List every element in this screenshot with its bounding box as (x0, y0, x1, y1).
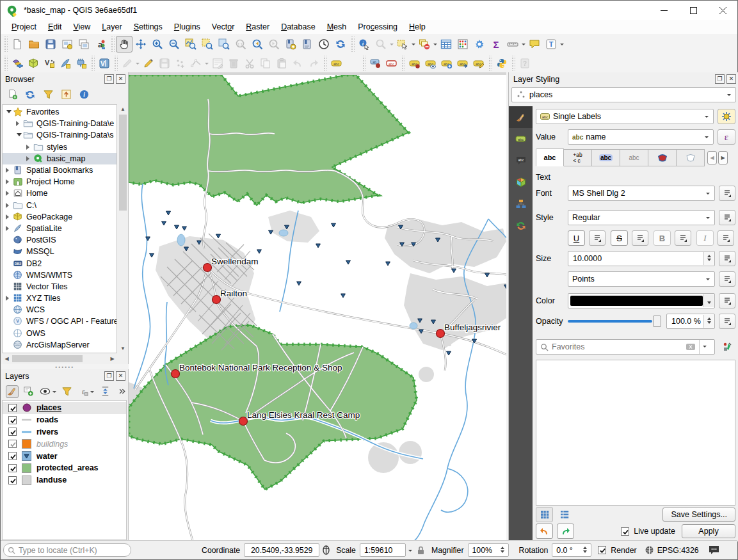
layer-item-water[interactable]: water (3, 450, 126, 462)
scale-input[interactable]: 1:59610 (360, 543, 406, 557)
browser-item-c-[interactable]: C:\ (3, 200, 116, 211)
labeling-options-button[interactable]: abc (406, 56, 422, 71)
copy-features-button[interactable] (257, 56, 273, 71)
history-tab[interactable] (509, 215, 533, 237)
add-postgis-layer-button[interactable] (73, 56, 89, 71)
delete-selected-button[interactable] (225, 56, 241, 71)
new-geopackage-button[interactable] (25, 56, 41, 71)
size-override-button[interactable] (719, 251, 735, 266)
layer-item-roads[interactable]: roads (3, 414, 126, 426)
data-source-manager-button[interactable] (9, 56, 25, 71)
identify-features-button[interactable]: i (356, 36, 373, 52)
styling-close-button[interactable]: ✕ (726, 74, 736, 84)
show-bookmarks-button[interactable] (299, 36, 316, 52)
menu-project[interactable]: Project (6, 21, 42, 33)
zoom-next-button[interactable] (266, 36, 282, 52)
style-override-button[interactable] (719, 210, 735, 225)
menu-layer[interactable]: Layer (96, 21, 127, 33)
remove-layer-button[interactable] (115, 385, 128, 398)
zoom-full-button[interactable] (182, 36, 199, 52)
magnifier-input[interactable]: 100% (468, 543, 509, 557)
tab-mask[interactable]: abc (620, 149, 648, 166)
messages-icon[interactable] (708, 544, 721, 557)
layers-float-button[interactable]: ❐ (104, 371, 114, 381)
bold-button[interactable]: B (654, 230, 671, 246)
paste-features-button[interactable] (273, 56, 289, 71)
vertex-tool-button[interactable] (188, 56, 204, 71)
add-vector-layer-button[interactable]: V (41, 56, 57, 71)
style-manager-button[interactable]: a (92, 36, 109, 52)
browser-item-wms-wmts[interactable]: WMS/WMTS (3, 269, 116, 281)
opacity-override-button[interactable] (719, 314, 735, 329)
tabs-scroll-right[interactable]: ▶ (718, 151, 728, 164)
value-expression-button[interactable]: ε (718, 129, 735, 145)
browser-close-button[interactable]: ✕ (116, 74, 125, 84)
tab-buffer[interactable]: abc (592, 149, 620, 166)
menu-database[interactable]: Database (275, 21, 321, 33)
select-features-button[interactable] (394, 36, 411, 52)
crs-icon[interactable] (643, 544, 656, 557)
color-override-button[interactable] (719, 293, 735, 308)
open-project-button[interactable] (26, 36, 42, 52)
add-selected-layers-button[interactable] (6, 88, 19, 101)
map-tips-button[interactable] (526, 36, 543, 52)
browser-item-arcgismapserver[interactable]: ArcGisMapServer (3, 339, 116, 351)
field-calculator-button[interactable] (454, 36, 471, 52)
save-edits-button[interactable] (156, 56, 172, 71)
font-override-button[interactable] (719, 186, 735, 201)
mask-tab[interactable]: abc (509, 150, 533, 172)
map-canvas[interactable]: SwellendamRailtonBuffeljagsrivierBontebo… (129, 72, 506, 541)
lock-scale-icon[interactable] (415, 544, 428, 557)
underline-override-button[interactable] (589, 230, 606, 246)
modify-attributes-button[interactable] (209, 56, 225, 71)
refresh-map-button[interactable] (332, 36, 349, 52)
zoom-last-button[interactable] (249, 36, 266, 52)
filter-legend-button[interactable] (61, 385, 74, 398)
browser-item-qgis-training-data-s[interactable]: QGIS-Training-Data\s (3, 129, 116, 141)
browser-item-wfs-ogc-api-feature[interactable]: VWFS / OGC API - Feature (3, 316, 116, 327)
pan-map-button[interactable] (116, 36, 132, 52)
highlight-labels-button[interactable]: abc (383, 56, 399, 71)
browser-hscrollbar[interactable]: ◀ ▶ (2, 354, 117, 364)
layer-item-protected_areas[interactable]: protected_areas (3, 462, 126, 474)
temporal-controller-button[interactable] (316, 36, 332, 52)
zoom-in-button[interactable] (149, 36, 166, 52)
italic-button[interactable]: I (696, 230, 714, 246)
layer-diagram-button[interactable] (344, 56, 360, 71)
zoom-to-layer-button[interactable] (216, 36, 232, 52)
3d-view-tab[interactable] (509, 172, 533, 193)
styling-float-button[interactable]: ❐ (715, 74, 725, 84)
browser-item-wcs[interactable]: WCS (3, 304, 116, 316)
browser-vscrollbar[interactable]: ▲ ▼ (118, 104, 128, 353)
coordinate-value[interactable]: 20.5409,-33.9529 (244, 543, 319, 557)
scale-dropdown[interactable] (406, 544, 415, 557)
menu-processing[interactable]: Processing (352, 21, 403, 33)
locate-input[interactable]: Type to locate (Ctrl+K) (3, 543, 131, 557)
menu-mesh[interactable]: Mesh (321, 21, 353, 33)
manage-visibility-button[interactable] (39, 385, 52, 398)
open-layer-styling-button[interactable] (6, 385, 19, 398)
redo-button[interactable] (305, 56, 321, 71)
size-units-select[interactable]: Points (568, 271, 715, 287)
zoom-native-button[interactable]: 1:1 (232, 36, 249, 52)
browser-item-project-home[interactable]: Project Home (3, 176, 116, 188)
browser-item-spatialite[interactable]: SpatiaLite (3, 223, 116, 234)
browser-item-db2[interactable]: DB2DB2 (3, 257, 116, 269)
menu-vector[interactable]: Vector (206, 21, 240, 33)
browser-item-qgis-training-data-e[interactable]: QGIS-Training-Data\e (3, 118, 116, 129)
python-console-button[interactable] (493, 56, 509, 71)
layer-item-rivers[interactable]: rivers (3, 426, 126, 438)
undo-button[interactable] (289, 56, 305, 71)
tab-formatting[interactable]: +ab< c (564, 149, 592, 166)
apply-button[interactable]: Apply (682, 524, 735, 538)
symbology-tab[interactable] (509, 106, 533, 128)
label-visibility-button[interactable]: abc (422, 56, 438, 71)
help-button[interactable]: ? (517, 56, 533, 71)
size-input[interactable]: 10.0000 (568, 251, 715, 266)
live-update-checkbox[interactable]: Live update (621, 527, 675, 536)
labeling-mode-select[interactable]: abc Single Labels (536, 109, 714, 124)
units-override-button[interactable] (719, 271, 735, 287)
tab-background[interactable] (648, 149, 677, 166)
render-checkbox[interactable]: Render (598, 546, 636, 555)
browser-item-styles[interactable]: styles (3, 141, 116, 153)
